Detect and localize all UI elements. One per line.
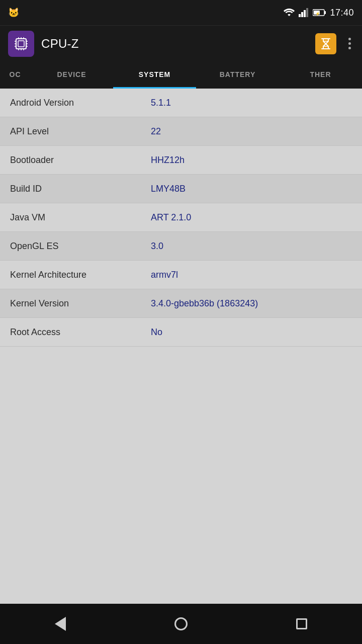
row-label: Build ID — [10, 184, 151, 194]
app-title: CPU-Z — [41, 37, 315, 51]
table-row: Android Version5.1.1 — [0, 89, 362, 117]
tab-bar: OC DEVICE SYSTEM BATTERY THER — [0, 61, 362, 89]
wifi-icon — [284, 8, 295, 17]
row-value: 3.4.0-gbebb36b (1863243) — [151, 298, 258, 309]
table-row: Build IDLMY48B — [0, 175, 362, 203]
app-bar-actions — [315, 33, 354, 54]
svg-rect-3 — [306, 8, 308, 17]
status-bar-left: 🐱 — [8, 0, 19, 25]
row-label: Kernel Version — [10, 298, 151, 309]
back-icon — [55, 617, 66, 631]
svg-rect-1 — [301, 12, 303, 17]
content-area: Android Version5.1.1API Level22Bootloade… — [0, 89, 362, 604]
row-label: Kernel Architecture — [10, 270, 151, 280]
row-value: No — [151, 327, 162, 338]
home-button[interactable] — [166, 609, 196, 639]
row-value: 3.0 — [151, 241, 163, 252]
svg-rect-8 — [16, 39, 26, 49]
more-options-button[interactable] — [345, 35, 354, 52]
home-icon — [174, 617, 188, 630]
svg-rect-5 — [324, 11, 326, 14]
table-row: Kernel Architecturearmv7l — [0, 261, 362, 289]
status-icons: ⚡ 17:40 — [284, 8, 354, 18]
status-bar: 🐱 ⚡ 17:40 — [0, 0, 362, 25]
hourglass-icon — [319, 37, 332, 50]
row-label: Root Access — [10, 327, 151, 338]
row-label: Android Version — [10, 98, 151, 108]
back-button[interactable] — [45, 609, 75, 639]
svg-rect-2 — [304, 10, 306, 17]
svg-text:⚡: ⚡ — [315, 11, 320, 16]
row-label: Bootloader — [10, 155, 151, 166]
recent-apps-button[interactable] — [287, 609, 317, 639]
nav-bar — [0, 604, 362, 644]
svg-rect-0 — [299, 14, 301, 17]
menu-dot — [348, 42, 351, 45]
row-label: OpenGL ES — [10, 241, 151, 252]
notification-icon: 🐱 — [8, 7, 19, 18]
table-row: Kernel Version3.4.0-gbebb36b (1863243) — [0, 289, 362, 318]
table-row: API Level22 — [0, 117, 362, 146]
row-label: API Level — [10, 126, 151, 137]
table-row: OpenGL ES3.0 — [0, 232, 362, 261]
row-value: LMY48B — [151, 184, 186, 194]
row-value: ART 2.1.0 — [151, 212, 191, 223]
row-value: armv7l — [151, 270, 178, 280]
tab-thermal[interactable]: THER — [279, 61, 362, 89]
system-info-table: Android Version5.1.1API Level22Bootloade… — [0, 89, 362, 347]
cpu-z-logo — [12, 35, 30, 53]
table-row: Root AccessNo — [0, 318, 362, 347]
status-time: 17:40 — [330, 8, 354, 18]
menu-dot — [348, 38, 351, 40]
row-value: 5.1.1 — [151, 98, 171, 108]
svg-rect-9 — [18, 41, 24, 47]
tab-oc[interactable]: OC — [0, 61, 30, 89]
menu-dot — [348, 47, 351, 49]
table-row: BootloaderHHZ12h — [0, 146, 362, 175]
row-label: Java VM — [10, 212, 151, 223]
table-row: Java VMART 2.1.0 — [0, 203, 362, 232]
app-bar: CPU-Z — [0, 25, 362, 61]
row-value: HHZ12h — [151, 155, 185, 166]
tab-device[interactable]: DEVICE — [30, 61, 113, 89]
row-value: 22 — [151, 126, 161, 137]
recent-apps-icon — [296, 618, 307, 629]
benchmark-button[interactable] — [315, 33, 336, 54]
tab-system[interactable]: SYSTEM — [113, 61, 196, 89]
signal-icon — [299, 8, 309, 17]
app-icon — [8, 31, 34, 57]
battery-icon: ⚡ — [313, 9, 326, 17]
tab-battery[interactable]: BATTERY — [196, 61, 279, 89]
